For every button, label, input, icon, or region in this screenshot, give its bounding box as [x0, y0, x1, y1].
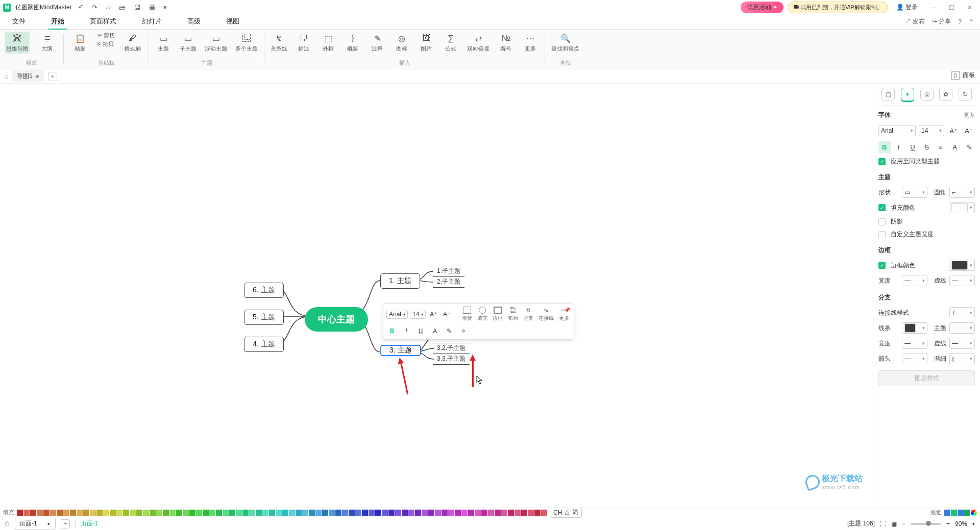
color-swatch[interactable]	[315, 510, 322, 516]
color-swatch[interactable]	[116, 510, 122, 516]
color-swatch[interactable]	[163, 510, 169, 516]
color-swatch[interactable]	[136, 510, 142, 516]
panel-toggle[interactable]: 面板	[963, 71, 975, 80]
font-size-select[interactable]: 14▾	[919, 125, 944, 136]
subtopic-button[interactable]: ▭子主题	[179, 32, 198, 54]
redo-button[interactable]: ↷	[90, 3, 100, 12]
font-inc-button[interactable]: A⁺	[947, 124, 960, 137]
color-swatch[interactable]	[329, 510, 335, 516]
color-swatch[interactable]	[388, 510, 395, 516]
taper-select[interactable]: ⦅▾	[949, 353, 975, 364]
color-swatch[interactable]	[349, 510, 355, 516]
branch-dash-select[interactable]: —▾	[949, 338, 975, 349]
color-swatch[interactable]	[17, 510, 23, 516]
qat-dropdown[interactable]: ▾	[161, 3, 169, 12]
node-4[interactable]: 4. 主题	[244, 337, 284, 352]
home-icon[interactable]: ⌂	[4, 73, 8, 80]
ft-shape[interactable]: 形状	[460, 307, 474, 322]
color-swatch[interactable]	[176, 510, 182, 516]
color-swatch[interactable]	[30, 510, 36, 516]
color-swatch[interactable]	[455, 510, 461, 516]
more-insert-button[interactable]: ⋯更多	[521, 32, 540, 54]
color-swatch[interactable]	[534, 510, 541, 516]
apply-same-type-check[interactable]: ✓	[878, 158, 886, 165]
color-swatch[interactable]	[428, 510, 434, 516]
publish-button[interactable]: ↗ 发布	[905, 17, 925, 26]
color-swatch[interactable]	[362, 510, 368, 516]
multi-topic-button[interactable]: ⿺多个主题	[234, 32, 259, 54]
strike-button[interactable]: S	[921, 141, 933, 153]
recent-swatch[interactable]	[944, 510, 950, 516]
color-swatch[interactable]	[77, 510, 83, 516]
border-color-check[interactable]: ✓	[878, 262, 886, 269]
callout-button[interactable]: 🗨标注	[295, 32, 313, 54]
summary-button[interactable]: }概要	[344, 32, 362, 54]
undo-button[interactable]: ↶	[76, 3, 86, 12]
node-5[interactable]: 5. 主题	[244, 310, 284, 325]
ft-underline[interactable]: U	[415, 326, 426, 336]
color-swatch[interactable]	[495, 510, 501, 516]
ft-clear[interactable]: ✧	[458, 326, 469, 336]
color-swatch[interactable]	[375, 510, 381, 516]
doc-tab[interactable]: 导图1	[12, 70, 44, 82]
color-swatch[interactable]	[461, 510, 468, 516]
topic-button[interactable]: ▭主题	[154, 32, 173, 54]
ft-hilite[interactable]: ✎	[444, 326, 455, 336]
ime-indicator[interactable]: CH△ 简	[550, 507, 582, 518]
color-swatch[interactable]	[302, 510, 308, 516]
menu-start[interactable]: 开始	[48, 15, 67, 29]
fill-color-select[interactable]: ▾	[949, 202, 975, 213]
node-1[interactable]: 1. 主题	[380, 273, 420, 289]
color-swatch[interactable]	[156, 510, 162, 516]
minimize-button[interactable]: —	[926, 4, 940, 11]
subnode-1-2[interactable]: 2.子主题	[433, 276, 464, 288]
color-swatch[interactable]	[37, 510, 43, 516]
color-swatch[interactable]	[481, 510, 487, 516]
color-swatch[interactable]	[408, 510, 414, 516]
ft-size-select[interactable]: 14▾	[410, 310, 426, 319]
branch-width-select[interactable]: —▾	[902, 338, 927, 349]
line-color-select[interactable]: ▾	[902, 322, 927, 334]
color-swatch[interactable]	[501, 510, 507, 516]
color-swatch[interactable]	[382, 510, 388, 516]
color-swatch[interactable]	[249, 510, 255, 516]
panel-tab-clipart[interactable]: ✿	[939, 88, 952, 101]
color-swatch[interactable]	[395, 510, 401, 516]
color-swatch[interactable]	[521, 510, 527, 516]
new-button[interactable]: ▱	[104, 3, 113, 12]
color-swatch[interactable]	[422, 510, 428, 516]
italic-button[interactable]: I	[893, 141, 905, 153]
zoom-dropdown[interactable]: ▾	[972, 521, 975, 526]
zoom-out-button[interactable]: −	[902, 520, 905, 527]
collapse-ribbon-button[interactable]: ⌃	[969, 18, 974, 26]
color-swatch[interactable]	[369, 510, 375, 516]
color-swatch[interactable]	[242, 510, 249, 516]
canvas[interactable]: 中心主题 6. 主题 5. 主题 4. 主题 1. 主题 3. 主题 1.子主题…	[0, 84, 873, 508]
paste-button[interactable]: 📋粘贴	[69, 32, 91, 54]
panel-tab-page[interactable]: ▢	[881, 88, 895, 101]
fit-button[interactable]: ⛶	[880, 520, 886, 527]
ft-branch[interactable]: ⤱分支	[522, 307, 535, 322]
menu-file[interactable]: 文件	[9, 15, 29, 29]
color-swatch[interactable]	[150, 510, 156, 516]
color-swatch[interactable]	[110, 510, 116, 516]
add-tab-button[interactable]: +	[48, 72, 57, 81]
color-swatch[interactable]	[488, 510, 494, 516]
recent-swatch[interactable]	[958, 510, 964, 516]
ft-font-dec[interactable]: A⁻	[441, 309, 452, 319]
color-swatch[interactable]	[189, 510, 195, 516]
save-button[interactable]: 🖫	[132, 3, 142, 12]
font-more[interactable]: 更多	[964, 111, 975, 119]
zoom-slider[interactable]	[911, 523, 941, 525]
color-picker-button[interactable]	[971, 510, 977, 516]
color-swatch[interactable]	[541, 510, 547, 516]
color-swatch[interactable]	[143, 510, 149, 516]
grid-button[interactable]: ▦	[891, 520, 897, 527]
ft-fill[interactable]: 填充	[476, 307, 489, 322]
color-swatch[interactable]	[256, 510, 262, 516]
mode-outline-button[interactable]: ≣大纲	[36, 32, 58, 54]
cut-button[interactable]: ✂ 剪切	[97, 32, 115, 39]
branch-theme-select[interactable]: ▾	[949, 322, 975, 334]
boundary-button[interactable]: ⬚外框	[319, 32, 337, 54]
color-swatch[interactable]	[183, 510, 189, 516]
